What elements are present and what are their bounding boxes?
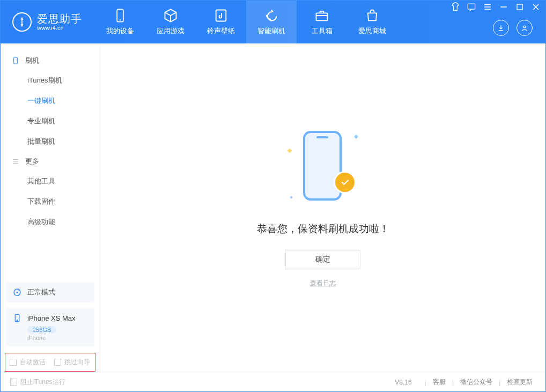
tab-label: 应用游戏 [157, 26, 185, 36]
checkbox-icon [10, 379, 17, 386]
svg-point-6 [523, 26, 526, 28]
sidebar-section-flash: 刷机 iTunes刷机 一键刷机 专业刷机 批量刷机 [1, 51, 100, 152]
mode-icon [12, 287, 22, 297]
footer-link-check-update[interactable]: 检查更新 [507, 378, 533, 387]
list-icon [11, 157, 20, 166]
svg-rect-2 [216, 10, 226, 21]
bag-icon [365, 8, 380, 23]
tab-label: 我的设备 [106, 26, 134, 36]
svg-rect-5 [517, 4, 522, 10]
music-icon [213, 8, 228, 23]
tab-store[interactable]: 爱思商城 [347, 1, 397, 43]
menu-icon[interactable] [482, 2, 493, 12]
tab-toolbox[interactable]: 工具箱 [297, 1, 347, 43]
svg-rect-3 [316, 13, 328, 20]
device-name: iPhone XS Max [27, 314, 76, 322]
user-icon[interactable] [517, 20, 533, 36]
section-title: 刷机 [25, 56, 39, 65]
device-card[interactable]: iPhone XS Max 256GB iPhone [6, 308, 94, 346]
sparkle-icon [354, 134, 358, 138]
version-label: V8.16 [395, 379, 411, 386]
sparkle-icon [290, 196, 293, 199]
body: 刷机 iTunes刷机 一键刷机 专业刷机 批量刷机 更多 其他工具 下载固件 … [1, 43, 545, 372]
sidebar: 刷机 iTunes刷机 一键刷机 专业刷机 批量刷机 更多 其他工具 下载固件 … [1, 43, 100, 372]
success-check-icon [335, 173, 355, 192]
footer-link-support[interactable]: 客服 [433, 378, 446, 387]
cube-icon [163, 8, 178, 23]
toolbox-icon [314, 8, 329, 23]
title-bar: 爱思助手 www.i4.cn 我的设备 应用游戏 铃声壁纸 智能刷机 工具箱 爱… [1, 1, 545, 43]
view-log-link[interactable]: 查看日志 [310, 279, 336, 288]
tab-label: 铃声壁纸 [207, 26, 235, 36]
checkbox-label: 自动激活 [20, 358, 46, 367]
nav-tabs: 我的设备 应用游戏 铃声壁纸 智能刷机 工具箱 爱思商城 [95, 1, 397, 43]
tab-label: 爱思商城 [358, 26, 386, 36]
mode-card[interactable]: 正常模式 [6, 282, 94, 302]
sparkle-icon [287, 148, 292, 152]
sidebar-item-other-tools[interactable]: 其他工具 [1, 171, 100, 191]
app-url: www.i4.cn [37, 25, 82, 31]
sidebar-item-itunes-flash[interactable]: iTunes刷机 [1, 70, 100, 91]
sidebar-bottom: 正常模式 iPhone XS Max 256GB iPhone [1, 277, 100, 353]
phone-icon [11, 56, 20, 65]
sidebar-item-download-firmware[interactable]: 下载固件 [1, 191, 100, 212]
tab-label: 工具箱 [312, 26, 333, 36]
device-icon [12, 313, 22, 323]
checkbox-auto-activate[interactable]: 自动激活 [10, 358, 46, 367]
logo-icon [12, 12, 32, 32]
main-content: 恭喜您，保资料刷机成功啦！ 确定 查看日志 [100, 43, 545, 372]
sidebar-head-flash: 刷机 [1, 51, 100, 70]
checkbox-skip-guide[interactable]: 跳过向导 [54, 358, 90, 367]
section-title: 更多 [25, 157, 39, 166]
skin-icon[interactable] [450, 2, 461, 12]
logo-text: 爱思助手 www.i4.cn [37, 13, 82, 31]
maximize-icon[interactable] [514, 2, 525, 12]
header-right-actions [493, 20, 533, 36]
ok-button[interactable]: 确定 [285, 250, 360, 269]
tab-smart-flash[interactable]: 智能刷机 [246, 1, 297, 43]
checkbox-icon [10, 359, 17, 366]
footer-link-wechat[interactable]: 微信公众号 [460, 378, 492, 387]
sidebar-item-advanced[interactable]: 高级功能 [1, 212, 100, 232]
device-type: iPhone [27, 335, 88, 341]
svg-point-11 [17, 320, 18, 321]
checkbox-icon [54, 359, 61, 366]
checkbox-label: 阻止iTunes运行 [20, 378, 65, 387]
svg-rect-4 [468, 4, 475, 9]
success-message: 恭喜您，保资料刷机成功啦！ [257, 222, 389, 236]
checkbox-block-itunes[interactable]: 阻止iTunes运行 [10, 378, 65, 387]
phone-illustration [303, 131, 342, 201]
device-icon [113, 8, 128, 23]
sidebar-item-one-click-flash[interactable]: 一键刷机 [1, 91, 100, 111]
sidebar-item-batch-flash[interactable]: 批量刷机 [1, 131, 100, 152]
feedback-icon[interactable] [466, 2, 477, 12]
window-controls [450, 2, 541, 12]
status-bar: 阻止iTunes运行 V8.16 | 客服 | 微信公众号 | 检查更新 [1, 372, 545, 392]
mode-label: 正常模式 [27, 287, 55, 297]
download-icon[interactable] [493, 20, 509, 36]
svg-point-9 [17, 292, 18, 293]
tab-label: 智能刷机 [257, 26, 285, 36]
tab-my-device[interactable]: 我的设备 [95, 1, 145, 43]
sidebar-section-more: 更多 其他工具 下载固件 高级功能 [1, 152, 100, 232]
tab-ringtones-wallpapers[interactable]: 铃声壁纸 [196, 1, 246, 43]
flash-options-highlight: 自动激活 跳过向导 [5, 353, 95, 372]
tab-apps-games[interactable]: 应用游戏 [145, 1, 196, 43]
svg-point-1 [120, 19, 121, 20]
svg-rect-7 [14, 57, 18, 64]
success-illustration [288, 128, 358, 208]
close-icon[interactable] [530, 2, 541, 12]
sidebar-head-more: 更多 [1, 152, 100, 171]
app-name: 爱思助手 [37, 13, 82, 25]
minimize-icon[interactable] [498, 2, 509, 12]
checkbox-label: 跳过向导 [64, 358, 90, 367]
app-logo: 爱思助手 www.i4.cn [1, 1, 92, 43]
refresh-icon [264, 8, 279, 23]
sidebar-item-pro-flash[interactable]: 专业刷机 [1, 111, 100, 131]
device-capacity: 256GB [27, 326, 56, 334]
